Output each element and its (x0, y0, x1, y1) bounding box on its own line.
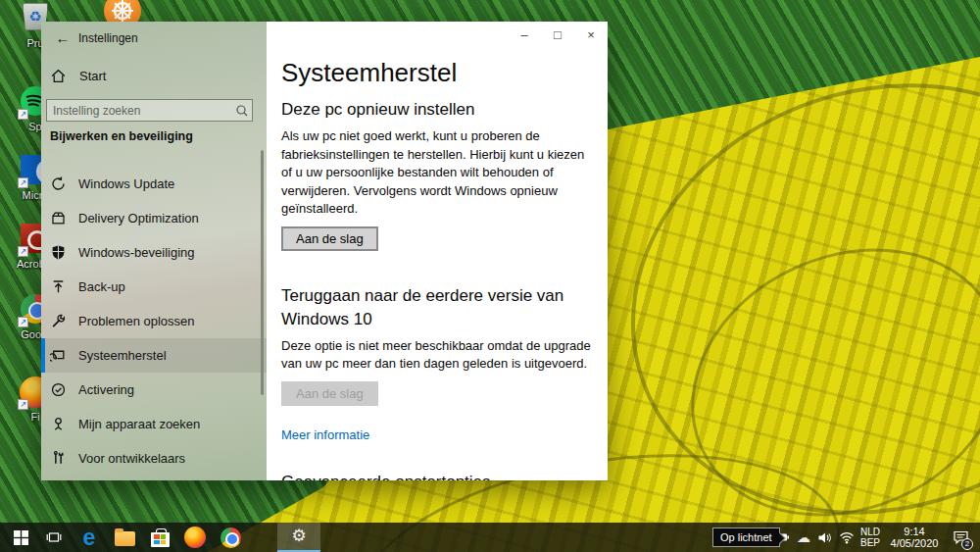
close-button[interactable]: × (574, 22, 608, 49)
sidebar-item-delivery-optimization[interactable]: Delivery Optimization (41, 201, 267, 235)
sidebar-item-find-my-device[interactable]: Mijn apparaat zoeken (41, 407, 267, 441)
power-status-tooltip: Op lichtnet (712, 527, 780, 547)
edge-icon: e (83, 525, 96, 550)
settings-search-box[interactable] (46, 99, 253, 122)
sidebar-item-label: Activering (78, 382, 134, 397)
shortcut-arrow-icon: ↗ (18, 246, 28, 257)
backup-arrow-icon (50, 278, 67, 295)
sync-icon (50, 176, 67, 192)
clock-time: 9:14 (886, 526, 943, 538)
action-center-button[interactable]: 2 (949, 523, 972, 552)
sidebar-item-label: Windows-beveiliging (78, 245, 195, 260)
advanced-startup-heading: Geavanceerde opstartopties (281, 471, 597, 481)
wifi-icon[interactable] (839, 523, 855, 552)
sidebar-item-recovery[interactable]: Systeemherstel (41, 338, 267, 373)
taskbar-firefox-button[interactable] (180, 523, 210, 552)
settings-main-pane: – □ × Systeemherstel Deze pc opnieuw ins… (267, 22, 608, 480)
search-icon (232, 103, 252, 119)
sidebar-item-troubleshoot[interactable]: Problemen oplossen (41, 304, 267, 338)
minimize-button[interactable]: – (508, 22, 541, 49)
start-button[interactable] (6, 523, 35, 552)
more-info-link[interactable]: Meer informatie (281, 427, 369, 442)
shortcut-arrow-icon: ↗ (18, 399, 28, 410)
notification-count-badge: 2 (961, 538, 973, 550)
sidebar-item-list: Windows Update Delivery Optimization Win… (41, 167, 267, 476)
wrench-icon (50, 313, 67, 329)
delivery-box-icon (50, 210, 67, 226)
onedrive-cloud-icon[interactable]: ☁ (796, 523, 811, 552)
desktop: ♻ Pru ↗ Sp ↗ Micro ↗ Acrobat ↗ Googl ↗ F… (0, 0, 980, 552)
shortcut-arrow-icon: ↗ (18, 109, 28, 120)
microsoft-store-icon (151, 532, 170, 547)
taskbar-settings-button-active[interactable]: ⚙ (277, 523, 320, 552)
map-pin-icon (50, 416, 67, 432)
sidebar-item-label: Delivery Optimization (78, 211, 199, 226)
sidebar-item-label: Problemen oplossen (78, 314, 195, 328)
sidebar-item-label: Voor ontwikkelaars (78, 451, 185, 466)
back-button[interactable]: ← (49, 26, 76, 50)
sidebar-item-windows-update[interactable]: Windows Update (41, 167, 267, 201)
shortcut-arrow-icon: ↗ (18, 317, 28, 327)
clock-date: 4/05/2020 (886, 537, 943, 550)
chrome-icon (220, 527, 241, 548)
sidebar-item-activation[interactable]: Activering (41, 373, 267, 407)
search-input[interactable] (47, 104, 232, 118)
taskbar-chrome-button[interactable] (216, 523, 245, 552)
sidebar-scrollbar[interactable] (261, 150, 264, 395)
keyboard-layout: BEP (860, 537, 880, 548)
taskbar-file-explorer-button[interactable] (110, 523, 139, 552)
language-code: NLD (860, 527, 880, 537)
recovery-page-content: Systeemherstel Deze pc opnieuw instellen… (281, 59, 608, 480)
system-tray: ☁ NLD BEP 9:14 4/05/2020 2 (753, 523, 980, 552)
taskbar-edge-button[interactable]: e (74, 523, 104, 552)
task-view-button[interactable] (39, 523, 69, 552)
windows-logo-icon (14, 530, 28, 545)
recovery-icon (50, 347, 67, 364)
settings-sidebar: ← Instellingen Start Bijwerken en beveil… (41, 22, 267, 480)
window-caption-buttons: – □ × (508, 22, 608, 49)
sidebar-item-backup[interactable]: Back-up (41, 270, 267, 304)
rollback-get-started-button-disabled: Aan de slag (281, 381, 378, 406)
file-explorer-icon (115, 531, 135, 546)
sidebar-item-label: Systeemherstel (78, 348, 167, 363)
sidebar-item-label: Windows Update (78, 176, 174, 191)
sidebar-section-header: Bijwerken en beveiliging (50, 129, 193, 143)
check-circle-icon (50, 381, 67, 398)
sidebar-item-for-developers[interactable]: Voor ontwikkelaars (41, 441, 267, 476)
shield-icon (50, 244, 67, 261)
taskbar: e ⚙ Op lichtnet ☁ NLD BEP (0, 523, 980, 552)
reset-get-started-button[interactable]: Aan de slag (281, 226, 378, 251)
firefox-icon (184, 527, 206, 548)
window-title: Instellingen (78, 31, 138, 45)
sidebar-item-windows-security[interactable]: Windows-beveiliging (41, 235, 267, 270)
sidebar-item-label: Back-up (78, 279, 125, 294)
sidebar-item-label: Mijn apparaat zoeken (78, 417, 200, 431)
speaker-icon[interactable] (817, 523, 833, 552)
settings-window: ← Instellingen Start Bijwerken en beveil… (41, 22, 608, 480)
taskbar-store-button[interactable] (145, 523, 174, 552)
rollback-description: Deze optie is niet meer beschikbaar omda… (281, 337, 597, 374)
page-title: Systeemherstel (281, 59, 608, 86)
home-icon (50, 68, 67, 84)
taskbar-clock[interactable]: 9:14 4/05/2020 (886, 526, 943, 550)
maximize-button[interactable]: □ (541, 22, 574, 49)
shortcut-arrow-icon: ↗ (18, 177, 28, 188)
reset-description: Als uw pc niet goed werkt, kunt u prober… (281, 127, 597, 219)
developer-tools-icon (50, 450, 67, 467)
task-view-icon (46, 529, 62, 545)
reset-heading: Deze pc opnieuw instellen (281, 98, 597, 122)
gear-icon: ⚙ (291, 522, 306, 551)
language-indicator[interactable]: NLD BEP (860, 527, 880, 548)
rollback-heading: Teruggaan naar de eerdere versie van Win… (281, 284, 597, 331)
sidebar-item-start[interactable]: Start (41, 63, 267, 88)
sidebar-item-label: Start (79, 69, 106, 83)
